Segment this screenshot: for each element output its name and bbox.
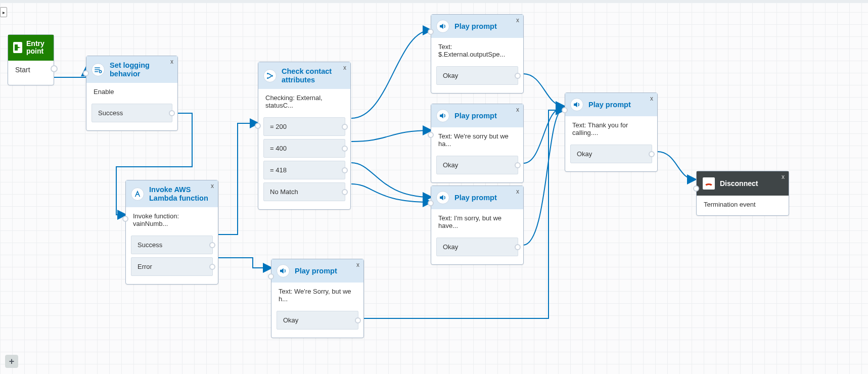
out-port[interactable]	[515, 244, 521, 250]
out-port[interactable]	[342, 167, 348, 173]
sidebar-toggle[interactable]: ▸	[0, 7, 7, 17]
branch-nomatch[interactable]: No Match	[263, 182, 345, 201]
node-header: Check contact attributes	[258, 62, 350, 89]
svg-point-1	[267, 73, 268, 74]
node-subtitle: Checking: External, statusC...	[258, 89, 350, 114]
node-subtitle: Text: Thank you for calling....	[565, 116, 657, 142]
branch-error[interactable]: Error	[131, 257, 213, 276]
close-icon[interactable]: x	[343, 64, 346, 71]
in-port[interactable]	[268, 273, 274, 279]
speaker-icon	[436, 20, 449, 33]
node-entry-point[interactable]: Entry point Start	[8, 34, 54, 85]
node-header: Play prompt	[431, 186, 523, 209]
node-title: Play prompt	[454, 22, 497, 31]
node-title: Set logging behavior	[110, 61, 171, 78]
node-subtitle: Text: We're Sorry, but we h...	[271, 283, 363, 308]
node-subtitle: Enable	[86, 83, 177, 101]
in-port[interactable]	[428, 200, 434, 206]
svg-point-2	[267, 77, 268, 79]
branch-418[interactable]: = 418	[263, 161, 345, 179]
speaker-icon	[436, 191, 449, 204]
in-port[interactable]	[122, 216, 128, 222]
close-icon[interactable]: x	[170, 58, 173, 65]
entry-out-port[interactable]	[51, 65, 58, 72]
node-play-prompt-418[interactable]: x Play prompt Text: I'm sorry, but we ha…	[431, 185, 524, 265]
node-set-logging[interactable]: x Set logging behavior Enable Success	[86, 56, 178, 131]
in-port[interactable]	[255, 123, 261, 129]
out-port[interactable]	[649, 151, 655, 157]
node-header: Set logging behavior	[86, 56, 177, 83]
speaker-icon	[277, 264, 290, 277]
out-port[interactable]	[342, 146, 348, 152]
node-title: Invoke AWS Lambda function	[149, 185, 212, 202]
close-icon[interactable]: x	[356, 261, 359, 268]
node-title: Disconnect	[720, 179, 758, 188]
node-subtitle: Termination event	[697, 196, 789, 213]
branch-okay[interactable]: Okay	[436, 66, 518, 85]
node-header: Play prompt	[431, 104, 523, 127]
node-header: Play prompt	[565, 93, 657, 116]
entry-title: Entry point	[26, 40, 48, 56]
in-port[interactable]	[83, 70, 89, 76]
close-icon[interactable]: x	[211, 182, 214, 190]
settings-icon	[92, 63, 105, 76]
speaker-icon	[570, 98, 583, 111]
out-port[interactable]	[209, 242, 215, 248]
lambda-icon	[131, 188, 144, 201]
node-play-prompt-200[interactable]: x Play prompt Text: $.External.outputSpe…	[431, 14, 524, 93]
entry-icon	[13, 42, 22, 53]
node-subtitle: Text: We're sorry but we ha...	[431, 127, 523, 153]
branch-200[interactable]: = 200	[263, 117, 345, 136]
out-port[interactable]	[342, 124, 348, 130]
close-icon[interactable]: x	[782, 173, 785, 180]
close-icon[interactable]: x	[516, 17, 519, 24]
close-icon[interactable]: x	[516, 106, 519, 113]
node-play-prompt-400[interactable]: x Play prompt Text: We're sorry but we h…	[431, 104, 524, 183]
zoom-in-button[interactable]: +	[5, 355, 18, 368]
branch-icon	[263, 69, 277, 82]
entry-header: Entry point	[8, 35, 54, 61]
branch-okay[interactable]: Okay	[570, 145, 652, 163]
node-subtitle: Invoke function: vainNumb...	[126, 207, 218, 232]
node-disconnect[interactable]: x Disconnect Termination event	[696, 171, 789, 216]
node-title: Check contact attributes	[282, 67, 344, 84]
node-header: Play prompt	[271, 259, 363, 283]
node-invoke-lambda[interactable]: x Invoke AWS Lambda function Invoke func…	[125, 180, 218, 285]
node-title: Play prompt	[588, 101, 631, 109]
in-port[interactable]	[428, 29, 434, 35]
branch-400[interactable]: = 400	[263, 139, 345, 158]
node-play-prompt-error[interactable]: x Play prompt Text: We're Sorry, but we …	[271, 259, 364, 338]
branch-success[interactable]: Success	[92, 104, 172, 122]
branch-okay[interactable]: Okay	[436, 238, 518, 256]
close-icon[interactable]: x	[516, 188, 519, 195]
chevron-right-icon: ▸	[3, 10, 5, 15]
branch-success[interactable]: Success	[131, 236, 213, 254]
branch-okay[interactable]: Okay	[277, 311, 358, 330]
entry-start-label: Start	[8, 61, 54, 79]
speaker-icon	[436, 109, 449, 122]
svg-point-0	[99, 70, 102, 73]
in-port[interactable]	[562, 107, 568, 113]
in-port[interactable]	[693, 185, 699, 192]
node-title: Play prompt	[454, 194, 497, 202]
node-title: Play prompt	[295, 267, 337, 275]
plus-icon: +	[9, 356, 15, 367]
out-port[interactable]	[342, 189, 348, 195]
close-icon[interactable]: x	[650, 95, 653, 102]
out-port[interactable]	[169, 110, 175, 116]
node-header: Invoke AWS Lambda function	[126, 180, 218, 207]
out-port[interactable]	[515, 73, 521, 79]
toolbar-strip	[0, 0, 868, 3]
branch-okay[interactable]: Okay	[436, 156, 518, 174]
node-subtitle: Text: $.External.outputSpe...	[431, 38, 523, 63]
out-port[interactable]	[515, 162, 521, 168]
in-port[interactable]	[428, 132, 434, 138]
node-check-attributes[interactable]: x Check contact attributes Checking: Ext…	[258, 62, 351, 210]
node-play-prompt-thanks[interactable]: x Play prompt Text: Thank you for callin…	[565, 92, 658, 172]
flow-canvas[interactable]: ▸	[0, 0, 868, 374]
svg-point-3	[271, 75, 273, 76]
out-port[interactable]	[209, 264, 215, 270]
out-port[interactable]	[355, 317, 361, 323]
node-subtitle: Text: I'm sorry, but we have...	[431, 209, 523, 235]
node-header: Disconnect	[697, 171, 789, 196]
